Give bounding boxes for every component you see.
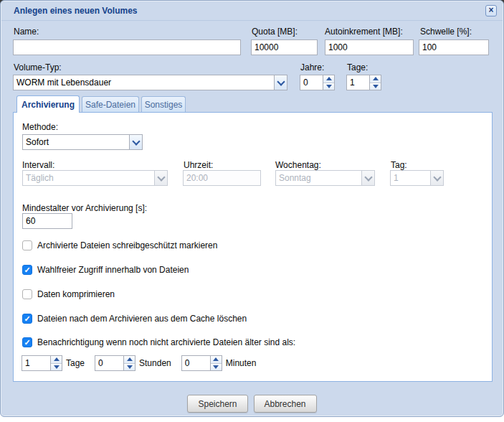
spinner-down-button[interactable] [211,364,222,371]
notify-age-row: Tage Stunden Minuten [22,355,266,371]
arrow-down-icon [326,85,332,88]
day-select: 1 [390,170,444,186]
spinner-down-button[interactable] [124,364,135,371]
days-spinner [346,75,381,90]
dialog-window: Anlegen eines neuen Volumes × Name: Quot… [0,0,504,417]
threshold-label: Schwelle [%]: [420,27,472,37]
checkbox-notify-unarchived[interactable]: ✓ [22,337,32,347]
arrow-up-icon [127,357,133,361]
checkbox-label: Daten komprimieren [37,289,115,299]
checkbox-compress-data[interactable]: ✓ [22,289,32,299]
quota-input[interactable] [251,39,318,55]
years-label: Jahre: [300,62,324,72]
notify-days-input[interactable] [22,355,51,371]
years-spin-buttons [323,75,335,90]
interval-select: Täglich [22,170,168,186]
volume-type-value: WORM mit Lebensdauer [14,75,274,90]
spinner-up-button[interactable] [370,75,381,83]
interval-value: Täglich [23,171,154,185]
notify-days-spinner [22,355,62,371]
day-trigger-button [430,171,443,185]
days-input[interactable] [346,75,370,90]
tab-archivierung[interactable]: Archivierung [16,95,80,113]
tab-sonstiges[interactable]: Sonstiges [141,96,186,112]
method-trigger-button[interactable] [129,135,142,149]
volume-type-label: Volume-Typ: [14,62,62,72]
volume-type-trigger-button[interactable] [274,75,287,90]
method-select[interactable]: Sofort [22,134,143,150]
tab-strip: Archivierung Safe-Dateien Sonstiges [16,95,186,113]
notify-minutes-input[interactable] [181,355,211,371]
checkbox-label: Archivierte Dateien schreibgeschützt mar… [37,240,217,250]
spinner-down-button[interactable] [51,364,62,371]
autoincrement-input[interactable] [325,39,414,55]
close-icon: × [488,5,493,15]
notify-minutes-spin-buttons [210,355,222,371]
tab-safe-dateien[interactable]: Safe-Dateien [82,96,139,112]
checkbox-delete-from-cache[interactable]: ✓ [22,314,32,324]
weekday-select: Sonntag [275,170,375,186]
method-label: Methode: [22,122,58,132]
checkmark-icon: ✓ [24,338,30,347]
weekday-value: Sonntag [276,171,361,185]
day-label: Tag: [391,160,407,170]
chevron-down-icon [132,137,140,145]
weekday-label: Wochentag: [275,160,321,170]
checkmark-icon: ✓ [24,266,30,274]
checkmark-icon: ✓ [24,314,30,323]
weekday-trigger-button [361,171,374,185]
notify-days-unit: Tage [66,358,85,368]
chevron-down-icon [364,173,372,181]
spinner-up-button[interactable] [323,75,334,83]
arrow-down-icon [54,365,60,369]
arrow-down-icon [213,365,219,369]
spinner-down-button[interactable] [323,83,334,90]
method-value: Sofort [23,135,129,149]
save-button[interactable]: Speichern [187,395,247,413]
checkbox-readonly-mark[interactable]: ✓ [22,240,32,250]
checkbox-label: Dateien nach dem Archivieren aus dem Cac… [37,314,247,324]
arrow-down-icon [127,365,133,369]
close-button[interactable]: × [485,5,497,17]
threshold-input[interactable] [419,39,489,55]
chevron-down-icon [277,78,285,85]
volume-type-select[interactable]: WORM mit Lebensdauer [13,75,287,90]
checkbox-random-access[interactable]: ✓ [22,265,32,275]
spinner-up-button[interactable] [211,356,222,364]
days-spin-buttons [369,75,381,90]
spinner-up-button[interactable] [51,356,62,364]
chevron-down-icon [433,173,441,181]
time-input [183,170,261,186]
quota-label: Quota [MB]: [252,27,298,37]
notify-hours-input[interactable] [95,355,124,371]
dialog-titlebar: Anlegen eines neuen Volumes [1,1,503,21]
min-age-label: Mindestalter vor Archivierung [s]: [22,203,147,213]
archiving-tab-panel: Methode: Sofort Intervall: Uhrzeit: Woch… [13,112,493,382]
years-spinner [300,75,335,90]
arrow-up-icon [213,357,219,361]
min-age-input[interactable] [22,213,72,229]
notify-minutes-spinner [181,355,222,371]
day-value: 1 [391,171,430,185]
dialog-footer: Speichern Abbrechen [1,395,503,413]
tab-label: Sonstiges [145,100,183,110]
notify-days-spin-buttons [50,355,62,371]
tab-label: Safe-Dateien [85,100,135,110]
time-label: Uhrzeit: [184,160,213,170]
interval-trigger-button [154,171,167,185]
cancel-button[interactable]: Abbrechen [254,395,317,413]
notify-hours-unit: Stunden [139,358,171,368]
years-input[interactable] [300,75,323,90]
spinner-up-button[interactable] [124,356,135,364]
name-label: Name: [14,27,39,37]
notify-minutes-unit: Minuten [226,358,257,368]
checkbox-label: Benachrichtigung wenn noch nicht archivi… [37,337,295,347]
notify-hours-spin-buttons [123,355,135,371]
checkbox-label: Wahlfreier Zugriff innerhalb von Dateien [37,265,189,275]
name-input[interactable] [13,39,241,55]
arrow-down-icon [373,85,379,88]
arrow-up-icon [326,77,332,80]
spinner-down-button[interactable] [370,83,381,90]
tab-label: Archivierung [22,100,75,110]
arrow-up-icon [373,77,379,80]
